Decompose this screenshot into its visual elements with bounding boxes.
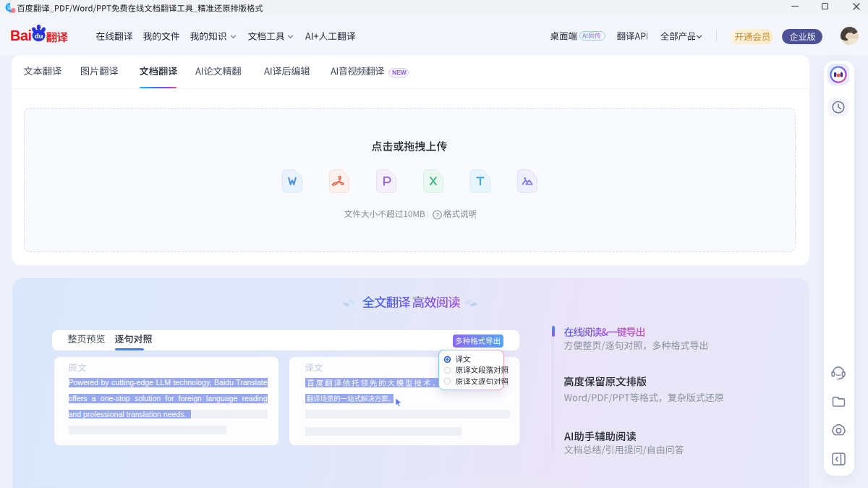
svg-text:译: 译 (7, 4, 13, 11)
svg-text:du: du (35, 32, 43, 40)
svg-text:?: ? (435, 211, 439, 218)
